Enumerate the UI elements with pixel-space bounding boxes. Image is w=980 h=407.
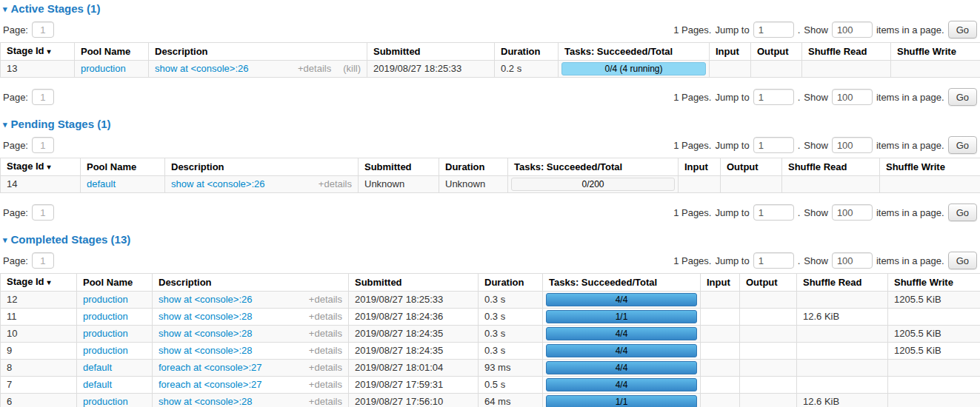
description-link[interactable]: show at <console>:28 <box>159 311 252 323</box>
description-link[interactable]: foreach at <console>:27 <box>159 379 262 391</box>
column-header-pool-name[interactable]: Pool Name <box>77 274 153 292</box>
description-link[interactable]: show at <console>:26 <box>159 294 252 306</box>
shuffle-read-cell <box>797 343 888 360</box>
details-toggle[interactable]: +details <box>309 396 342 407</box>
show-items-input[interactable] <box>832 89 873 105</box>
column-header-shuffle-read[interactable]: Shuffle Read <box>782 158 880 176</box>
column-header-pool-name[interactable]: Pool Name <box>75 43 149 61</box>
pool-name-link[interactable]: production <box>83 328 128 339</box>
pool-name-link[interactable]: default <box>83 362 112 373</box>
description-link[interactable]: show at <console>:28 <box>159 396 252 407</box>
description-link[interactable]: show at <console>:26 <box>171 178 264 190</box>
page-number-input[interactable] <box>32 137 54 153</box>
column-header-shuffle-write[interactable]: Shuffle Write <box>888 274 980 292</box>
go-button[interactable]: Go <box>948 204 977 221</box>
column-header-pool-name[interactable]: Pool Name <box>81 158 165 176</box>
pool-name-link[interactable]: default <box>83 379 112 390</box>
column-header-submitted[interactable]: Submitted <box>349 274 479 292</box>
column-header-tasks-succeeded-total[interactable]: Tasks: Succeeded/Total <box>508 158 679 176</box>
details-toggle[interactable]: +details <box>309 311 342 322</box>
pool-name-link[interactable]: production <box>83 345 128 356</box>
description-link[interactable]: show at <console>:28 <box>159 345 252 357</box>
details-toggle[interactable]: +details <box>309 294 342 305</box>
column-header-output[interactable]: Output <box>740 274 797 292</box>
go-button[interactable]: Go <box>948 252 977 269</box>
column-header-shuffle-write[interactable]: Shuffle Write <box>891 43 980 61</box>
column-header-output[interactable]: Output <box>751 43 802 61</box>
show-items-input[interactable] <box>832 137 873 153</box>
pool-name-link[interactable]: production <box>83 396 128 407</box>
column-header-duration[interactable]: Duration <box>439 158 508 176</box>
jump-to-input[interactable] <box>753 252 794 269</box>
column-header-label: Pool Name <box>83 277 133 288</box>
stages-page: ▾Active Stages (1)Page:1 Pages.Jump to.S… <box>0 0 980 407</box>
input-cell <box>701 326 740 343</box>
column-header-label: Tasks: Succeeded/Total <box>564 46 673 57</box>
pool-name-link[interactable]: production <box>83 311 128 322</box>
show-label: Show <box>804 255 828 266</box>
tasks-progress-label: 4/4 <box>616 363 628 373</box>
jump-to-input[interactable] <box>753 204 794 221</box>
column-header-stage-id[interactable]: Stage Id▾ <box>1 158 81 176</box>
column-header-input[interactable]: Input <box>679 158 721 176</box>
details-toggle[interactable]: +details <box>309 362 342 373</box>
tasks-progress-cell: 0/4 (4 running) <box>559 61 710 78</box>
details-toggle[interactable]: +details <box>309 345 342 356</box>
column-header-description[interactable]: Description <box>149 43 367 61</box>
details-toggle[interactable]: +details <box>319 178 352 189</box>
description-link[interactable]: show at <console>:26 <box>155 63 248 75</box>
details-toggle[interactable]: +details <box>309 379 342 390</box>
stage-id: 10 <box>7 328 17 339</box>
section-title-link[interactable]: Active Stages (1) <box>11 2 101 15</box>
page-number-input[interactable] <box>32 21 54 38</box>
show-items-input[interactable] <box>832 21 873 38</box>
jump-to-input[interactable] <box>753 89 794 105</box>
go-button[interactable]: Go <box>948 88 977 106</box>
sort-arrow-icon: ▾ <box>47 163 51 171</box>
jump-to-input[interactable] <box>753 21 794 38</box>
go-button[interactable]: Go <box>948 21 977 38</box>
column-header-submitted[interactable]: Submitted <box>359 158 439 176</box>
column-header-description[interactable]: Description <box>153 274 349 292</box>
input-cell <box>710 61 751 78</box>
dot-separator: . <box>798 24 801 36</box>
pool-name-link[interactable]: production <box>83 294 128 305</box>
output-cell <box>740 394 797 407</box>
pool-name-link[interactable]: production <box>81 63 126 74</box>
column-header-shuffle-read[interactable]: Shuffle Read <box>797 274 888 292</box>
stage-id-cell: 7 <box>1 377 77 394</box>
tasks-progress-label: 4/4 <box>616 380 628 390</box>
column-header-stage-id[interactable]: Stage Id▾ <box>1 274 77 292</box>
column-header-stage-id[interactable]: Stage Id▾ <box>1 43 75 61</box>
column-header-input[interactable]: Input <box>701 274 740 292</box>
duration-cell: 0.3 s <box>479 292 543 309</box>
page-number-input[interactable] <box>32 204 54 221</box>
jump-to-input[interactable] <box>753 137 794 153</box>
submitted-cell: 2019/08/27 18:24:35 <box>349 326 479 343</box>
page-number-input[interactable] <box>32 89 54 105</box>
column-header-shuffle-write[interactable]: Shuffle Write <box>880 158 980 176</box>
column-header-shuffle-read[interactable]: Shuffle Read <box>802 43 891 61</box>
section-title-link[interactable]: Pending Stages (1) <box>11 118 111 130</box>
details-toggle[interactable]: +details <box>309 328 342 339</box>
column-header-description[interactable]: Description <box>165 158 359 176</box>
column-header-tasks-succeeded-total[interactable]: Tasks: Succeeded/Total <box>543 274 701 292</box>
go-button[interactable]: Go <box>948 136 977 154</box>
kill-link[interactable]: (kill) <box>343 63 361 74</box>
column-header-tasks-succeeded-total[interactable]: Tasks: Succeeded/Total <box>559 43 710 61</box>
active-stages-table: Stage Id▾Pool NameDescriptionSubmittedDu… <box>0 42 980 78</box>
column-header-output[interactable]: Output <box>721 158 782 176</box>
show-items-input[interactable] <box>832 252 873 269</box>
column-header-input[interactable]: Input <box>710 43 751 61</box>
section-title-link[interactable]: Completed Stages (13) <box>11 233 131 246</box>
stage-id-cell: 8 <box>1 360 77 377</box>
pool-name-link[interactable]: default <box>87 178 116 189</box>
column-header-duration[interactable]: Duration <box>495 43 559 61</box>
show-items-input[interactable] <box>832 204 873 221</box>
column-header-duration[interactable]: Duration <box>479 274 543 292</box>
details-toggle[interactable]: +details <box>298 63 331 74</box>
description-link[interactable]: foreach at <console>:27 <box>159 362 262 374</box>
page-number-input[interactable] <box>32 252 54 269</box>
column-header-submitted[interactable]: Submitted <box>367 43 495 61</box>
description-link[interactable]: show at <console>:28 <box>159 328 252 340</box>
